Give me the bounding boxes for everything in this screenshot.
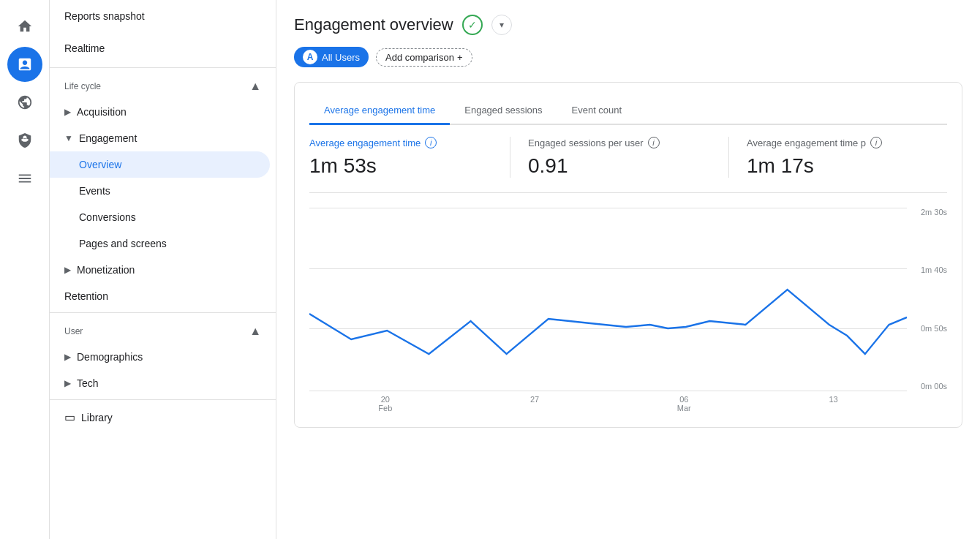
library-icon: ▭ bbox=[64, 410, 75, 424]
sidebar-item-library[interactable]: ▭ Library bbox=[50, 403, 270, 431]
chart-tab-bar: Average engagement time Engaged sessions… bbox=[309, 97, 947, 125]
sidebar-item-engagement[interactable]: ▼ Engagement bbox=[50, 125, 270, 151]
filter-bar: A All Users Add comparison + bbox=[294, 47, 962, 67]
x-label-1: 27 bbox=[530, 395, 539, 412]
page-title: Engagement overview bbox=[294, 15, 453, 34]
chevron-right-icon-tech: ▶ bbox=[64, 378, 71, 388]
lifecycle-collapse-icon[interactable]: ▲ bbox=[249, 80, 261, 93]
y-label-1: 1m 40s bbox=[921, 265, 947, 274]
x-label-0: 20 Feb bbox=[378, 395, 392, 412]
stats-row: Average engagement time i 1m 53s Engaged… bbox=[309, 137, 947, 193]
chart-y-labels: 2m 30s 1m 40s 0m 50s 0m 00s bbox=[921, 208, 947, 391]
home-icon[interactable] bbox=[7, 9, 42, 44]
info-icon-2[interactable]: i bbox=[870, 137, 882, 148]
y-label-0: 2m 30s bbox=[921, 208, 947, 216]
sidebar-item-events[interactable]: Events bbox=[50, 178, 270, 204]
section-user: User ▲ bbox=[50, 316, 276, 344]
main-content: Engagement overview ✓ ▾ A All Users Add … bbox=[276, 0, 980, 539]
chart-svg bbox=[309, 208, 907, 391]
status-check-icon: ✓ bbox=[462, 15, 483, 35]
chevron-down-icon: ▼ bbox=[64, 133, 73, 143]
all-users-label: All Users bbox=[322, 52, 360, 63]
stat-value-1: 0.91 bbox=[528, 154, 711, 178]
sidebar-item-conversions[interactable]: Conversions bbox=[50, 204, 270, 230]
sidebar: Reports snapshot Realtime Life cycle ▲ ▶… bbox=[50, 0, 276, 539]
advertising-icon[interactable] bbox=[7, 123, 42, 158]
sidebar-item-demographics[interactable]: ▶ Demographics bbox=[50, 344, 270, 370]
chart-area: 2m 30s 1m 40s 0m 50s 0m 00s 20 Feb bbox=[309, 208, 947, 412]
divider-2 bbox=[50, 312, 276, 313]
all-users-filter[interactable]: A All Users bbox=[294, 47, 369, 67]
sidebar-item-realtime[interactable]: Realtime bbox=[50, 32, 276, 64]
explore-icon[interactable] bbox=[7, 85, 42, 120]
chevron-right-icon-monetization: ▶ bbox=[64, 265, 71, 275]
chevron-right-icon: ▶ bbox=[64, 107, 71, 117]
info-icon-0[interactable]: i bbox=[425, 137, 437, 148]
chart-x-labels: 20 Feb 27 06 Mar 13 bbox=[309, 395, 907, 412]
divider-1 bbox=[50, 67, 276, 68]
x-label-3: 13 bbox=[829, 395, 837, 412]
stat-label-2: Average engagement time p i bbox=[747, 137, 930, 148]
sidebar-item-reports-snapshot[interactable]: Reports snapshot bbox=[50, 0, 276, 32]
stat-engaged-sessions: Engaged sessions per user i 0.91 bbox=[528, 137, 729, 178]
icon-rail bbox=[0, 0, 50, 539]
section-lifecycle: Life cycle ▲ bbox=[50, 71, 276, 99]
sidebar-item-retention[interactable]: Retention bbox=[50, 283, 270, 309]
configure-icon[interactable] bbox=[7, 161, 42, 196]
chevron-right-icon-demographics: ▶ bbox=[64, 352, 71, 362]
y-label-2: 0m 50s bbox=[921, 324, 947, 333]
grid-line-bottom bbox=[309, 391, 907, 391]
stat-avg-engagement-2: Average engagement time p i 1m 17s bbox=[747, 137, 947, 178]
header-dropdown-button[interactable]: ▾ bbox=[491, 15, 512, 35]
x-label-2: 06 Mar bbox=[677, 395, 691, 412]
sidebar-item-monetization[interactable]: ▶ Monetization bbox=[50, 257, 270, 283]
add-icon: + bbox=[457, 52, 463, 63]
info-icon-1[interactable]: i bbox=[648, 137, 660, 148]
stat-value-2: 1m 17s bbox=[747, 154, 930, 178]
page-header: Engagement overview ✓ ▾ bbox=[294, 15, 962, 35]
stats-card: Average engagement time Engaged sessions… bbox=[294, 82, 962, 428]
tab-engaged-sessions[interactable]: Engaged sessions bbox=[450, 97, 557, 125]
stat-label-0: Average engagement time i bbox=[309, 137, 492, 148]
user-collapse-icon[interactable]: ▲ bbox=[249, 325, 261, 338]
sidebar-item-tech[interactable]: ▶ Tech bbox=[50, 370, 270, 396]
reports-icon[interactable] bbox=[7, 47, 42, 82]
all-users-avatar: A bbox=[303, 50, 317, 64]
tab-event-count[interactable]: Event count bbox=[557, 97, 637, 125]
add-comparison-label: Add comparison bbox=[385, 52, 454, 63]
sidebar-item-pages-and-screens[interactable]: Pages and screens bbox=[50, 230, 270, 257]
y-label-3: 0m 00s bbox=[921, 382, 947, 391]
add-comparison-button[interactable]: Add comparison + bbox=[376, 48, 472, 67]
tab-avg-engagement-time[interactable]: Average engagement time bbox=[309, 97, 450, 125]
sidebar-item-overview[interactable]: Overview bbox=[50, 151, 270, 178]
stat-avg-engagement: Average engagement time i 1m 53s bbox=[309, 137, 510, 178]
divider-3 bbox=[50, 399, 276, 400]
stat-label-1: Engaged sessions per user i bbox=[528, 137, 711, 148]
stat-value-0: 1m 53s bbox=[309, 154, 492, 178]
sidebar-item-acquisition[interactable]: ▶ Acquisition bbox=[50, 99, 270, 125]
